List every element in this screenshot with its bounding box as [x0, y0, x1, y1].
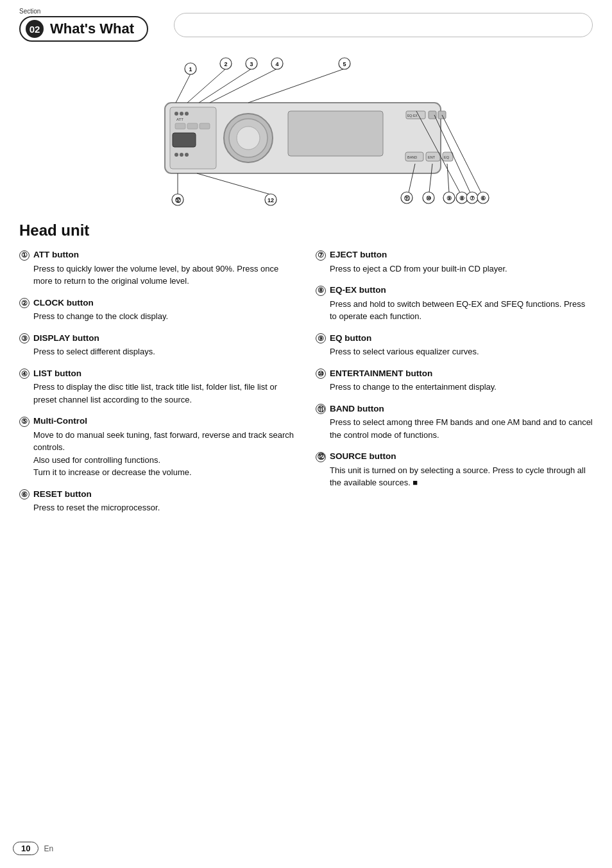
item-description: Press to select various equalizer curves… [330, 345, 593, 358]
item-title: ⑪ BAND button [316, 404, 593, 415]
svg-rect-9 [173, 133, 196, 147]
list-item: ① ATT button Press to quickly lower the … [19, 250, 296, 288]
item-description: This unit is turned on by selecting a so… [330, 464, 593, 489]
item-label: DISPLAY button [33, 333, 99, 343]
item-number: ③ [19, 333, 30, 343]
item-description: Move to do manual seek tuning, fast forw… [33, 429, 296, 479]
main-content: Head unit ① ATT button Press to quickly … [0, 209, 612, 544]
item-description: Press to quickly lower the volume level,… [33, 263, 296, 288]
section-title: What's What [50, 21, 134, 37]
list-item: ⑤ Multi-Control Move to do manual seek t… [19, 416, 296, 479]
item-number: ⑩ [316, 369, 326, 379]
item-description: Press to display the disc title list, tr… [33, 381, 296, 406]
item-label: RESET button [33, 489, 92, 499]
section-title-box: 02 What's What [19, 16, 148, 42]
device-svg: ATT BAND ENT EQ EQ-EX 1 [114, 55, 498, 209]
svg-text:⑥: ⑥ [480, 195, 486, 202]
item-description: Press to eject a CD from your built-in C… [330, 263, 593, 275]
svg-text:5: 5 [343, 61, 346, 67]
item-number: ⑧ [316, 286, 326, 296]
item-title: ⑩ ENTERTAINMENT button [316, 369, 593, 379]
item-number: ④ [19, 369, 30, 379]
item-label: SOURCE button [330, 451, 396, 461]
item-description: Press to change to the clock display. [33, 310, 296, 323]
svg-line-54 [447, 164, 449, 193]
item-number: ⑥ [19, 489, 30, 499]
list-item: ⑥ RESET button Press to reset the microp… [19, 489, 296, 514]
page-header: Section 02 What's What [0, 0, 612, 42]
language-label: En [44, 844, 53, 853]
list-item: ⑦ EJECT button Press to eject a CD from … [316, 250, 593, 275]
svg-text:3: 3 [250, 61, 253, 67]
svg-point-15 [237, 126, 260, 150]
two-column-layout: ① ATT button Press to quickly lower the … [19, 250, 593, 525]
svg-text:⑦: ⑦ [470, 195, 475, 202]
svg-text:EQ: EQ [444, 155, 450, 159]
list-item: ⑨ EQ button Press to select various equa… [316, 333, 593, 358]
item-number: ⑤ [19, 417, 30, 427]
item-label: EQ-EX button [330, 285, 386, 295]
item-label: EQ button [330, 333, 371, 343]
svg-point-12 [185, 153, 189, 157]
item-label: CLOCK button [33, 298, 94, 308]
svg-text:⑩: ⑩ [426, 195, 431, 202]
right-column: ⑦ EJECT button Press to eject a CD from … [316, 250, 593, 525]
item-label: Multi-Control [33, 416, 87, 426]
item-title: ⑫ SOURCE button [316, 451, 593, 462]
item-label: LIST button [33, 369, 81, 378]
svg-point-10 [174, 153, 178, 157]
item-description: Press to select among three FM bands and… [330, 416, 593, 441]
page-footer: 10 En [13, 842, 53, 855]
svg-rect-8 [200, 123, 210, 129]
svg-text:BAND: BAND [407, 155, 417, 159]
section-number: 02 [26, 20, 44, 38]
item-title: ⑧ EQ-EX button [316, 285, 593, 296]
item-number: ⑫ [316, 452, 326, 462]
svg-point-2 [174, 112, 178, 116]
item-title: ④ LIST button [19, 369, 296, 379]
item-number: ⑨ [316, 333, 326, 343]
list-item: ⑩ ENTERTAINMENT button Press to change t… [316, 369, 593, 394]
list-item: ⑫ SOURCE button This unit is turned on b… [316, 451, 593, 489]
svg-rect-25 [429, 111, 436, 119]
svg-line-39 [248, 69, 344, 103]
svg-point-3 [180, 112, 183, 116]
list-item: ⑪ BAND button Press to select among thre… [316, 404, 593, 442]
svg-rect-16 [288, 111, 383, 156]
item-description: Press to change to the entertainment dis… [330, 381, 593, 394]
svg-text:ATT: ATT [176, 117, 183, 121]
item-title: ② CLOCK button [19, 298, 296, 309]
item-number: ① [19, 250, 30, 261]
svg-line-42 [197, 173, 271, 195]
list-item: ⑧ EQ-EX button Press and hold to switch … [316, 285, 593, 323]
item-number: ② [19, 298, 30, 308]
svg-text:1: 1 [189, 66, 192, 73]
svg-rect-6 [175, 123, 185, 129]
page-number: 10 [13, 842, 38, 855]
item-title: ⑤ Multi-Control [19, 416, 296, 427]
item-title: ① ATT button [19, 250, 296, 261]
list-item: ④ LIST button Press to display the disc … [19, 369, 296, 406]
item-title: ⑨ EQ button [316, 333, 593, 344]
device-diagram: ATT BAND ENT EQ EQ-EX 1 [0, 42, 612, 209]
svg-text:⑧: ⑧ [459, 195, 464, 202]
svg-text:4: 4 [275, 61, 278, 67]
svg-point-11 [180, 153, 183, 157]
item-label: EJECT button [330, 250, 387, 259]
svg-text:⑪: ⑪ [404, 195, 411, 202]
item-label: ENTERTAINMENT button [330, 369, 432, 378]
svg-text:ENT: ENT [428, 155, 436, 159]
section-badge: Section 02 What's What [19, 8, 148, 42]
list-item: ③ DISPLAY button Press to select differe… [19, 333, 296, 358]
item-description: Press and hold to switch between EQ-EX a… [330, 298, 593, 323]
svg-text:12: 12 [268, 197, 274, 204]
item-number: ⑦ [316, 250, 326, 261]
item-description: Press to select different displays. [33, 345, 296, 358]
svg-text:⑨: ⑨ [446, 195, 452, 202]
svg-line-27 [176, 74, 191, 103]
svg-rect-7 [187, 123, 198, 129]
svg-text:2: 2 [224, 61, 227, 67]
head-unit-title: Head unit [19, 221, 593, 239]
svg-text:⑫: ⑫ [175, 197, 182, 204]
header-right-box [174, 13, 593, 37]
